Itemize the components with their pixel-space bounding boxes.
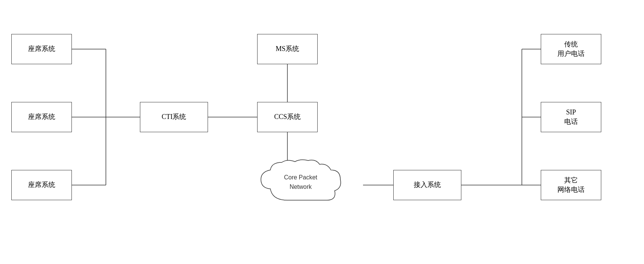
jieru-box: 接入系统 [393, 170, 461, 200]
cti-box: CTI系统 [140, 102, 208, 132]
other-box: 其它 网络电话 [541, 170, 601, 200]
zuoxi2-box: 座席系统 [11, 102, 72, 132]
sip-box: SIP 电话 [541, 102, 601, 132]
zuoxi1-box: 座席系统 [11, 34, 72, 64]
cloud-shape: Core Packet Network [257, 159, 363, 212]
zuoxi3-box: 座席系统 [11, 170, 72, 200]
ms-box: MS系统 [257, 34, 318, 64]
svg-text:Core Packet: Core Packet [284, 174, 318, 181]
svg-text:Network: Network [290, 184, 312, 190]
network-diagram: 座席系统 座席系统 座席系统 CTI系统 MS系统 CCS系统 接入系统 传统 … [0, 0, 644, 264]
ccs-box: CCS系统 [257, 102, 318, 132]
trad-box: 传统 用户电话 [541, 34, 601, 64]
